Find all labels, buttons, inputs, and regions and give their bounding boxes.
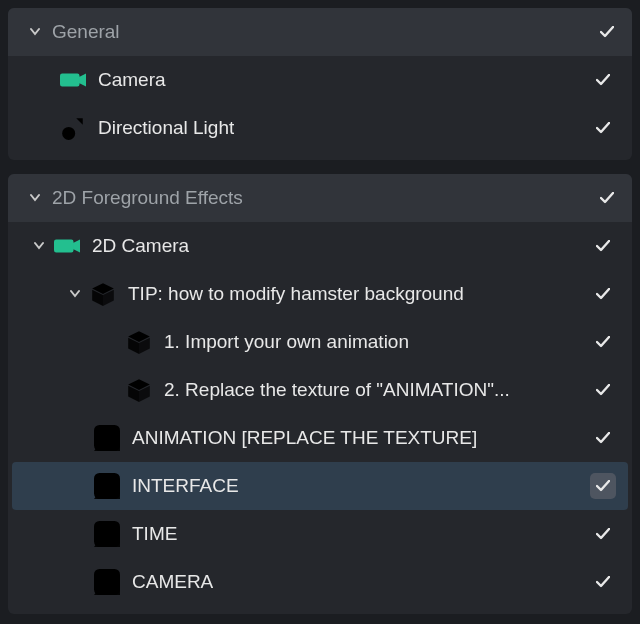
camera-icon — [54, 233, 80, 259]
image-icon — [94, 425, 120, 451]
visibility-toggle[interactable] — [594, 19, 620, 45]
node-step2[interactable]: 2. Replace the texture of "ANIMATION"... — [12, 366, 628, 414]
visibility-toggle[interactable] — [590, 377, 616, 403]
section-header-general[interactable]: General — [8, 8, 632, 56]
node-label: 1. Import your own animation — [164, 331, 409, 353]
visibility-toggle[interactable] — [590, 425, 616, 451]
visibility-toggle[interactable] — [590, 67, 616, 93]
node-2d-camera[interactable]: 2D Camera — [12, 222, 628, 270]
node-camera[interactable]: Camera — [12, 56, 628, 104]
entity-icon — [126, 329, 152, 355]
visibility-toggle[interactable] — [590, 473, 616, 499]
node-label: ANIMATION [REPLACE THE TEXTURE] — [132, 427, 477, 449]
visibility-toggle[interactable] — [590, 521, 616, 547]
visibility-toggle[interactable] — [590, 281, 616, 307]
image-icon — [94, 473, 120, 499]
chevron-down-icon — [28, 25, 42, 39]
node-camera-image[interactable]: CAMERA — [12, 558, 628, 606]
section-title: 2D Foreground Effects — [52, 187, 243, 209]
visibility-toggle[interactable] — [590, 329, 616, 355]
node-label: Directional Light — [98, 117, 234, 139]
image-icon — [94, 569, 120, 595]
node-time[interactable]: TIME — [12, 510, 628, 558]
node-animation[interactable]: ANIMATION [REPLACE THE TEXTURE] — [12, 414, 628, 462]
chevron-down-icon[interactable] — [68, 287, 82, 301]
entity-icon — [90, 281, 116, 307]
hierarchy-panel: General Camera Directional Light 2D Fore… — [0, 0, 640, 614]
node-interface[interactable]: INTERFACE — [12, 462, 628, 510]
chevron-down-icon — [28, 191, 42, 205]
node-label: 2D Camera — [92, 235, 189, 257]
node-label: CAMERA — [132, 571, 213, 593]
node-tip[interactable]: TIP: how to modify hamster background — [12, 270, 628, 318]
node-label: INTERFACE — [132, 475, 239, 497]
camera-icon — [60, 67, 86, 93]
node-step1[interactable]: 1. Import your own animation — [12, 318, 628, 366]
visibility-toggle[interactable] — [590, 115, 616, 141]
chevron-down-icon[interactable] — [32, 239, 46, 253]
section-general: General Camera Directional Light — [8, 8, 632, 160]
node-label: 2. Replace the texture of "ANIMATION"... — [164, 379, 510, 401]
entity-icon — [126, 377, 152, 403]
light-icon — [60, 115, 86, 141]
node-label: TIP: how to modify hamster background — [128, 283, 464, 305]
section-header-2d-foreground[interactable]: 2D Foreground Effects — [8, 174, 632, 222]
section-2d-foreground: 2D Foreground Effects 2D Camera TIP: how… — [8, 174, 632, 614]
visibility-toggle[interactable] — [590, 569, 616, 595]
node-directional-light[interactable]: Directional Light — [12, 104, 628, 152]
visibility-toggle[interactable] — [590, 233, 616, 259]
node-label: TIME — [132, 523, 177, 545]
node-label: Camera — [98, 69, 166, 91]
visibility-toggle[interactable] — [594, 185, 620, 211]
image-icon — [94, 521, 120, 547]
section-title: General — [52, 21, 120, 43]
